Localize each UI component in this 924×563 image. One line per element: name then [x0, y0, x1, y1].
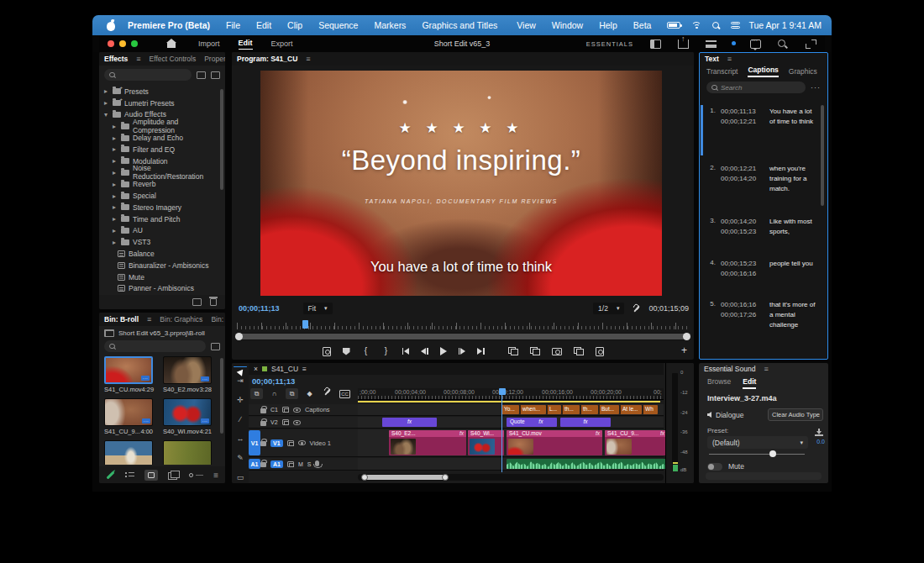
- panel-menu-icon[interactable]: ≡: [136, 55, 140, 63]
- video-clip[interactable]: S41_CU_9...fx: [605, 430, 667, 455]
- caption-clip[interactable]: But...: [599, 405, 619, 414]
- graphic-clip[interactable]: fx: [560, 418, 611, 427]
- chevron-right-icon[interactable]: ▸: [111, 239, 118, 246]
- clip-thumbnail[interactable]: ···: [104, 356, 153, 384]
- linked-selection-icon[interactable]: ⧉: [286, 388, 298, 399]
- effects-scrollbar[interactable]: [220, 89, 223, 190]
- effects-tree-item[interactable]: ▸Noise Reduction/Restoration: [102, 167, 222, 179]
- effects-search-field[interactable]: [104, 69, 192, 81]
- panel-title-essential-sound[interactable]: Essential Sound: [704, 365, 755, 373]
- comparison-view-icon[interactable]: [574, 347, 584, 355]
- caption-row[interactable]: 5. 00;00;16;1600;00;17;26 that it's more…: [707, 300, 819, 330]
- clip-thumbnail[interactable]: [104, 440, 153, 465]
- effects-search-input[interactable]: [118, 71, 186, 79]
- clip-thumbnail[interactable]: ···: [104, 398, 153, 426]
- menu-graphics-titles[interactable]: Graphics and Titles: [422, 20, 497, 30]
- zoom-window-button[interactable]: [131, 40, 138, 47]
- preview-zoom-icon[interactable]: [323, 347, 331, 356]
- captions-cc-icon[interactable]: CC: [339, 388, 351, 399]
- program-video-frame[interactable]: ★ ★ ★ ★ ★ “Beyond inspiring.” TATIANA NA…: [260, 71, 662, 296]
- menubar-clock[interactable]: Tue Apr 1 9:41 AM: [748, 20, 822, 30]
- caption-clip[interactable]: Wh: [643, 405, 658, 414]
- effects-tree-item[interactable]: Panner - Ambisonics: [102, 283, 222, 294]
- effects-tree-item[interactable]: ▸Filter and EQ: [102, 144, 222, 155]
- caption-clip[interactable]: th...: [562, 405, 580, 414]
- program-timecode[interactable]: 00;00;11;13: [239, 304, 280, 313]
- track-v2-label[interactable]: V2: [270, 419, 278, 425]
- audio-clip[interactable]: [507, 459, 680, 469]
- effects-tree-item[interactable]: ▸Amplitude and Compression: [102, 120, 222, 132]
- audio-type-label[interactable]: Dialogue: [716, 411, 744, 419]
- playback-resolution-dropdown[interactable]: 1/2 ▾: [593, 303, 624, 314]
- tab-captions[interactable]: Captions: [748, 66, 778, 77]
- bin-item[interactable]: [163, 440, 212, 465]
- chevron-right-icon[interactable]: ▸: [111, 134, 118, 142]
- menu-view[interactable]: View: [517, 20, 536, 30]
- battery-icon[interactable]: [667, 22, 680, 29]
- menu-edit[interactable]: Edit: [256, 20, 271, 30]
- chevron-right-icon[interactable]: ▸: [111, 123, 118, 130]
- collapsed-section-bar[interactable]: [706, 472, 822, 480]
- track-v1-label[interactable]: V1: [270, 439, 283, 447]
- quote-graphic-clip[interactable]: Quotefx: [507, 418, 557, 427]
- sync-lock-icon[interactable]: [287, 440, 294, 446]
- track-visibility-icon[interactable]: [298, 440, 306, 445]
- effects-tree-item[interactable]: ▸Presets: [102, 86, 222, 97]
- tab-effects[interactable]: Effects: [104, 55, 128, 63]
- panel-menu-icon[interactable]: ≡: [147, 315, 151, 324]
- mute-toggle[interactable]: [707, 463, 722, 471]
- lock-icon[interactable]: [260, 408, 266, 413]
- multicam-icon[interactable]: [596, 347, 604, 356]
- timeline-timecode[interactable]: 00;00;11;13: [252, 376, 295, 386]
- timeline-horizontal-scrollbar[interactable]: [358, 474, 664, 481]
- caption-row[interactable]: 3. 00;00;14;2000;00;15;23 Like with most…: [707, 217, 819, 237]
- pen-tool[interactable]: ✎: [234, 452, 247, 464]
- thumbnail-zoom-slider[interactable]: [189, 473, 203, 477]
- menu-window[interactable]: Window: [552, 20, 583, 30]
- caption-clip[interactable]: At le...: [620, 405, 642, 414]
- list-view-icon[interactable]: [125, 471, 134, 479]
- sync-lock-icon[interactable]: [282, 419, 289, 425]
- panel-title-text[interactable]: Text: [705, 55, 719, 63]
- ripple-edit-tool[interactable]: ✛: [234, 394, 247, 406]
- video-track-name[interactable]: Video 1: [310, 439, 331, 447]
- workspaces-icon[interactable]: [706, 40, 717, 48]
- timeline-playhead[interactable]: [501, 388, 502, 472]
- video-clip[interactable]: S40_E2...fx: [389, 430, 466, 455]
- captions-search-field[interactable]: [706, 82, 806, 93]
- menu-clip[interactable]: Clip: [287, 20, 302, 30]
- track-a1-label[interactable]: A1: [270, 460, 283, 468]
- bin-breadcrumb[interactable]: Short Edit v65_3.prproj\B-roll: [118, 329, 205, 337]
- effects-tree-item[interactable]: ▸Stereo Imagery: [102, 202, 222, 213]
- video-clip[interactable]: S40_Wi...: [468, 430, 504, 455]
- workspace-label[interactable]: ESSENTIALS: [586, 40, 633, 48]
- quick-search-icon[interactable]: [778, 39, 789, 49]
- caption-row[interactable]: 2. 00;00;12;2100;00;14;20 when you're tr…: [707, 164, 819, 194]
- chevron-right-icon[interactable]: ▸: [102, 99, 109, 107]
- sort-icons-menu[interactable]: ≡: [213, 471, 218, 480]
- minimize-window-button[interactable]: [119, 40, 126, 47]
- timeline-ruler[interactable]: ;00;00 00;00;04;00 00;00;08;00 00;00;12;…: [358, 388, 664, 400]
- tab-edit[interactable]: Edit: [239, 39, 253, 50]
- graphic-clip[interactable]: fx: [382, 418, 437, 427]
- chevron-right-icon[interactable]: ▸: [111, 203, 118, 211]
- button-editor-plus[interactable]: +: [681, 345, 687, 356]
- snap-magnet-icon[interactable]: ∩: [268, 388, 281, 399]
- razor-tool[interactable]: ∕: [234, 413, 247, 425]
- chevron-right-icon[interactable]: ▸: [111, 227, 118, 234]
- effects-tree-item[interactable]: ▸AU: [102, 225, 222, 237]
- tab-program-monitor[interactable]: Program: S41_CU: [237, 55, 297, 63]
- effects-tree-item[interactable]: Mute: [102, 271, 222, 283]
- lock-icon[interactable]: [260, 441, 266, 446]
- accelerated-effects-icon[interactable]: [197, 71, 206, 79]
- chevron-right-icon[interactable]: ▸: [111, 215, 118, 223]
- tab-bin-broll[interactable]: Bin: B-roll: [104, 315, 139, 324]
- bin-scrollbar[interactable]: [220, 358, 223, 434]
- bin-item[interactable]: ··· S41_CU.mov4:29: [104, 356, 153, 393]
- bin-item[interactable]: [104, 440, 153, 465]
- caption-clip[interactable]: th...: [580, 405, 598, 414]
- effects-tree-item[interactable]: ▸VST3: [102, 236, 222, 248]
- captions-track-name[interactable]: Captions: [305, 406, 330, 413]
- nest-sequence-icon[interactable]: ⧉: [250, 388, 263, 399]
- clip-thumbnail[interactable]: ···: [163, 356, 212, 384]
